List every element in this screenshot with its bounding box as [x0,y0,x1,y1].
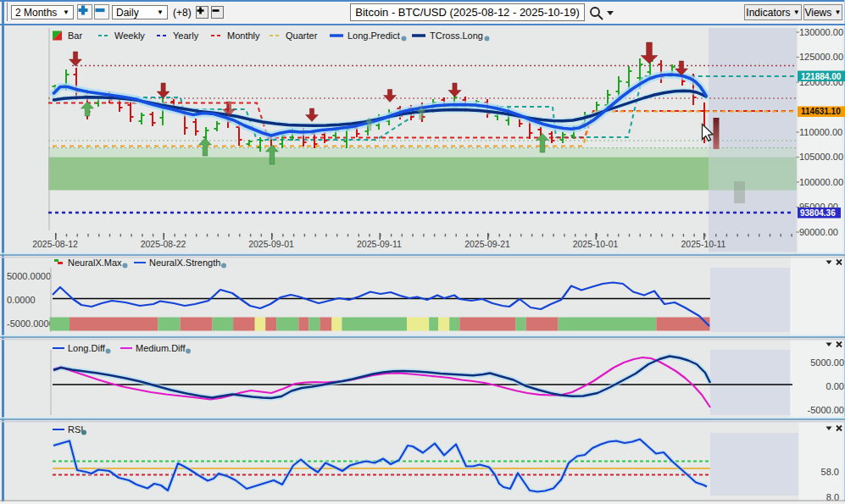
svg-text:TCross.Long: TCross.Long [430,30,483,41]
svg-text:58.0: 58.0 [821,467,839,477]
svg-text:Bar: Bar [68,30,82,41]
svg-text:5000.00: 5000.00 [810,357,844,368]
svg-text:NeuralX.Max: NeuralX.Max [68,258,122,268]
svg-text:2025-09-11: 2025-09-11 [357,239,402,249]
svg-text:2025-09-01: 2025-09-01 [248,239,294,249]
svg-text:2025-08-12: 2025-08-12 [32,239,78,249]
svg-text:2025-09-21: 2025-09-21 [464,239,510,249]
svg-text:100000.00: 100000.00 [799,177,843,187]
svg-text:2025-10-11: 2025-10-11 [681,239,726,249]
svg-text:5000.0000: 5000.0000 [7,271,51,281]
svg-text:114631.10: 114631.10 [801,107,841,116]
svg-text:Yearly: Yearly [173,30,199,41]
svg-text:0.00: 0.00 [826,381,844,391]
svg-text:0.0000: 0.0000 [7,295,36,305]
svg-text:2025-10-01: 2025-10-01 [573,239,619,249]
svg-text:-5000.0000: -5000.0000 [7,318,54,329]
svg-text:110000.00: 110000.00 [799,127,842,137]
svg-text:105000.00: 105000.00 [799,152,843,162]
svg-text:2025-08-22: 2025-08-22 [141,239,186,249]
svg-text:RSI: RSI [68,424,83,435]
svg-text:NeuralX.Strength: NeuralX.Strength [149,258,220,268]
svg-text:Long.Predict: Long.Predict [347,30,400,41]
svg-text:Long.Diff: Long.Diff [68,343,106,353]
svg-text:93804.36: 93804.36 [800,208,836,218]
svg-text:121884.00: 121884.00 [801,72,842,81]
svg-text:Quarter: Quarter [286,30,318,41]
svg-text:130000.00: 130000.00 [799,27,843,37]
svg-text:Weekly: Weekly [114,30,145,41]
svg-text:Medium.Diff: Medium.Diff [136,343,186,353]
svg-text:90000.00: 90000.00 [799,227,838,237]
svg-text:Monthly: Monthly [227,30,260,41]
svg-text:125000.00: 125000.00 [799,52,843,62]
svg-text:-5000.00: -5000.00 [808,405,844,415]
